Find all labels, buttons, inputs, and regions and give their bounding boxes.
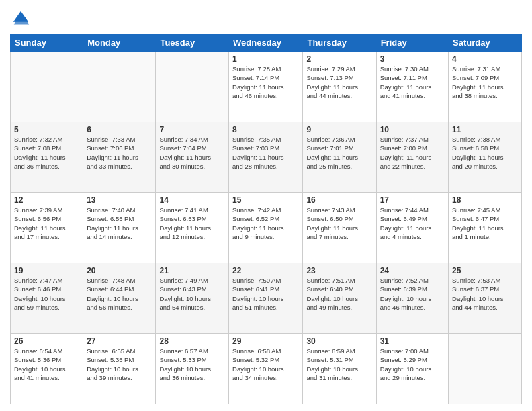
day-number: 20 bbox=[87, 266, 152, 275]
calendar-cell: 7Sunrise: 7:34 AM Sunset: 7:04 PM Daylig… bbox=[156, 122, 229, 193]
day-number: 29 bbox=[232, 336, 299, 346]
calendar-cell: 5Sunrise: 7:32 AM Sunset: 7:08 PM Daylig… bbox=[11, 122, 83, 193]
day-info: Sunrise: 6:55 AM Sunset: 5:35 PM Dayligh… bbox=[87, 347, 152, 382]
calendar-header-row: SundayMondayTuesdayWednesdayThursdayFrid… bbox=[11, 34, 522, 52]
day-info: Sunrise: 7:43 AM Sunset: 6:50 PM Dayligh… bbox=[306, 205, 372, 241]
day-number: 4 bbox=[452, 54, 518, 64]
calendar-day-header: Thursday bbox=[303, 34, 376, 52]
day-number: 16 bbox=[306, 195, 372, 205]
day-info: Sunrise: 7:49 AM Sunset: 6:43 PM Dayligh… bbox=[159, 276, 225, 312]
calendar-cell: 4Sunrise: 7:31 AM Sunset: 7:09 PM Daylig… bbox=[449, 52, 522, 122]
day-info: Sunrise: 7:48 AM Sunset: 6:44 PM Dayligh… bbox=[87, 276, 152, 312]
day-info: Sunrise: 6:54 AM Sunset: 5:36 PM Dayligh… bbox=[14, 347, 79, 382]
day-number: 25 bbox=[452, 266, 518, 275]
day-info: Sunrise: 7:40 AM Sunset: 6:55 PM Dayligh… bbox=[87, 205, 152, 241]
logo bbox=[10, 9, 30, 28]
day-number: 31 bbox=[380, 336, 445, 346]
calendar-cell: 21Sunrise: 7:49 AM Sunset: 6:43 PM Dayli… bbox=[156, 263, 229, 334]
day-number: 2 bbox=[306, 54, 372, 64]
day-number: 10 bbox=[380, 125, 445, 134]
day-info: Sunrise: 7:47 AM Sunset: 6:46 PM Dayligh… bbox=[14, 276, 79, 312]
day-number: 24 bbox=[380, 266, 445, 275]
day-info: Sunrise: 7:32 AM Sunset: 7:08 PM Dayligh… bbox=[14, 135, 79, 171]
day-number: 30 bbox=[306, 336, 372, 346]
calendar-cell: 8Sunrise: 7:35 AM Sunset: 7:03 PM Daylig… bbox=[229, 122, 303, 193]
calendar-cell: 27Sunrise: 6:55 AM Sunset: 5:35 PM Dayli… bbox=[83, 334, 156, 404]
day-info: Sunrise: 7:35 AM Sunset: 7:03 PM Dayligh… bbox=[232, 135, 299, 171]
day-number: 17 bbox=[380, 195, 445, 205]
day-info: Sunrise: 7:41 AM Sunset: 6:53 PM Dayligh… bbox=[159, 205, 225, 241]
calendar-day-header: Tuesday bbox=[156, 34, 229, 52]
day-info: Sunrise: 6:59 AM Sunset: 5:31 PM Dayligh… bbox=[306, 347, 372, 382]
calendar-cell bbox=[83, 52, 156, 122]
calendar-cell: 9Sunrise: 7:36 AM Sunset: 7:01 PM Daylig… bbox=[303, 122, 376, 193]
day-info: Sunrise: 7:44 AM Sunset: 6:49 PM Dayligh… bbox=[380, 205, 445, 241]
calendar-cell: 17Sunrise: 7:44 AM Sunset: 6:49 PM Dayli… bbox=[376, 193, 448, 263]
day-info: Sunrise: 7:31 AM Sunset: 7:09 PM Dayligh… bbox=[452, 64, 518, 100]
day-number: 14 bbox=[159, 195, 225, 205]
calendar-cell: 10Sunrise: 7:37 AM Sunset: 7:00 PM Dayli… bbox=[376, 122, 448, 193]
day-number: 28 bbox=[159, 336, 225, 346]
day-number: 21 bbox=[159, 266, 225, 275]
day-number: 6 bbox=[87, 125, 152, 134]
day-number: 22 bbox=[232, 266, 299, 275]
header bbox=[10, 7, 522, 28]
calendar-cell: 16Sunrise: 7:43 AM Sunset: 6:50 PM Dayli… bbox=[303, 193, 376, 263]
day-number: 1 bbox=[232, 54, 299, 64]
day-info: Sunrise: 7:00 AM Sunset: 5:29 PM Dayligh… bbox=[380, 347, 445, 382]
calendar-week-row: 1Sunrise: 7:28 AM Sunset: 7:14 PM Daylig… bbox=[11, 52, 522, 122]
day-number: 15 bbox=[232, 195, 299, 205]
day-info: Sunrise: 7:42 AM Sunset: 6:52 PM Dayligh… bbox=[232, 205, 299, 241]
calendar-cell: 3Sunrise: 7:30 AM Sunset: 7:11 PM Daylig… bbox=[376, 52, 448, 122]
day-info: Sunrise: 7:36 AM Sunset: 7:01 PM Dayligh… bbox=[306, 135, 372, 171]
day-number: 18 bbox=[452, 195, 518, 205]
calendar-cell bbox=[449, 334, 522, 404]
calendar-cell: 22Sunrise: 7:50 AM Sunset: 6:41 PM Dayli… bbox=[229, 263, 303, 334]
calendar-week-row: 12Sunrise: 7:39 AM Sunset: 6:56 PM Dayli… bbox=[11, 193, 522, 263]
calendar-week-row: 19Sunrise: 7:47 AM Sunset: 6:46 PM Dayli… bbox=[11, 263, 522, 334]
day-number: 7 bbox=[159, 125, 225, 134]
calendar-cell: 19Sunrise: 7:47 AM Sunset: 6:46 PM Dayli… bbox=[11, 263, 83, 334]
day-number: 8 bbox=[232, 125, 299, 134]
day-number: 9 bbox=[306, 125, 372, 134]
day-info: Sunrise: 7:28 AM Sunset: 7:14 PM Dayligh… bbox=[232, 64, 299, 100]
calendar-cell: 25Sunrise: 7:53 AM Sunset: 6:37 PM Dayli… bbox=[449, 263, 522, 334]
day-info: Sunrise: 7:34 AM Sunset: 7:04 PM Dayligh… bbox=[159, 135, 225, 171]
calendar-cell bbox=[11, 52, 83, 122]
calendar-cell: 12Sunrise: 7:39 AM Sunset: 6:56 PM Dayli… bbox=[11, 193, 83, 263]
calendar-day-header: Monday bbox=[83, 34, 156, 52]
day-info: Sunrise: 7:33 AM Sunset: 7:06 PM Dayligh… bbox=[87, 135, 152, 171]
day-info: Sunrise: 7:53 AM Sunset: 6:37 PM Dayligh… bbox=[452, 276, 518, 312]
calendar-cell: 1Sunrise: 7:28 AM Sunset: 7:14 PM Daylig… bbox=[229, 52, 303, 122]
day-info: Sunrise: 7:29 AM Sunset: 7:13 PM Dayligh… bbox=[306, 64, 372, 100]
calendar-cell: 15Sunrise: 7:42 AM Sunset: 6:52 PM Dayli… bbox=[229, 193, 303, 263]
calendar-cell: 6Sunrise: 7:33 AM Sunset: 7:06 PM Daylig… bbox=[83, 122, 156, 193]
page-container: SundayMondayTuesdayWednesdayThursdayFrid… bbox=[0, 0, 532, 411]
calendar-cell: 24Sunrise: 7:52 AM Sunset: 6:39 PM Dayli… bbox=[376, 263, 448, 334]
day-number: 27 bbox=[87, 336, 152, 346]
calendar-cell bbox=[156, 52, 229, 122]
calendar-table: SundayMondayTuesdayWednesdayThursdayFrid… bbox=[10, 34, 522, 404]
day-info: Sunrise: 7:51 AM Sunset: 6:40 PM Dayligh… bbox=[306, 276, 372, 312]
day-number: 3 bbox=[380, 54, 445, 64]
calendar-cell: 20Sunrise: 7:48 AM Sunset: 6:44 PM Dayli… bbox=[83, 263, 156, 334]
day-info: Sunrise: 7:37 AM Sunset: 7:00 PM Dayligh… bbox=[380, 135, 445, 171]
calendar-day-header: Saturday bbox=[449, 34, 522, 52]
calendar-cell: 14Sunrise: 7:41 AM Sunset: 6:53 PM Dayli… bbox=[156, 193, 229, 263]
calendar-cell: 23Sunrise: 7:51 AM Sunset: 6:40 PM Dayli… bbox=[303, 263, 376, 334]
day-number: 5 bbox=[14, 125, 79, 134]
calendar-day-header: Wednesday bbox=[229, 34, 303, 52]
day-info: Sunrise: 7:39 AM Sunset: 6:56 PM Dayligh… bbox=[14, 205, 79, 241]
calendar-week-row: 5Sunrise: 7:32 AM Sunset: 7:08 PM Daylig… bbox=[11, 122, 522, 193]
day-number: 19 bbox=[14, 266, 79, 275]
calendar-cell: 2Sunrise: 7:29 AM Sunset: 7:13 PM Daylig… bbox=[303, 52, 376, 122]
calendar-cell: 11Sunrise: 7:38 AM Sunset: 6:58 PM Dayli… bbox=[449, 122, 522, 193]
calendar-cell: 28Sunrise: 6:57 AM Sunset: 5:33 PM Dayli… bbox=[156, 334, 229, 404]
day-info: Sunrise: 7:45 AM Sunset: 6:47 PM Dayligh… bbox=[452, 205, 518, 241]
day-info: Sunrise: 7:50 AM Sunset: 6:41 PM Dayligh… bbox=[232, 276, 299, 312]
calendar-cell: 18Sunrise: 7:45 AM Sunset: 6:47 PM Dayli… bbox=[449, 193, 522, 263]
day-number: 26 bbox=[14, 336, 79, 346]
day-info: Sunrise: 7:52 AM Sunset: 6:39 PM Dayligh… bbox=[380, 276, 445, 312]
day-number: 12 bbox=[14, 195, 79, 205]
day-number: 13 bbox=[87, 195, 152, 205]
